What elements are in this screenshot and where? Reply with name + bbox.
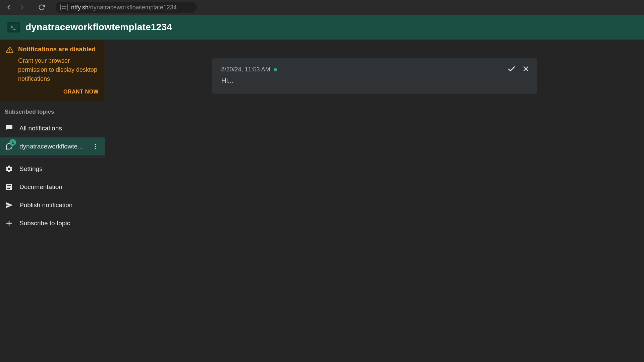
app-header: >_ dynatraceworkflowtemplate1234: [0, 15, 644, 40]
status-dot-icon: [274, 68, 277, 71]
close-icon: [522, 65, 530, 73]
sidebar-item-topic[interactable]: 1 dynatraceworkflowtem…: [0, 137, 105, 156]
notification-timestamp: 8/20/24, 11:53 AM: [221, 66, 270, 73]
sidebar: Notifications are disabled Grant your br…: [0, 40, 105, 362]
gear-icon: [5, 165, 13, 173]
topic-menu-button[interactable]: [91, 143, 100, 150]
notification-message: Hi...: [221, 76, 528, 84]
dismiss-button[interactable]: [522, 65, 530, 73]
sidebar-item-label: dynatraceworkflowtem…: [19, 143, 85, 150]
sidebar-item-label: Publish notification: [19, 201, 100, 209]
warning-title: Notifications are disabled: [18, 46, 99, 53]
sidebar-item-label: Subscribe to topic: [19, 220, 100, 227]
more-vertical-icon: [92, 143, 99, 150]
divider: [0, 158, 105, 158]
page-title: dynatraceworkflowtemplate1234: [25, 22, 172, 33]
reload-button[interactable]: [36, 1, 48, 13]
address-bar[interactable]: ntfy.sh/dynatraceworkflowtemplate1234: [56, 2, 197, 13]
svg-point-10: [95, 148, 96, 149]
browser-toolbar: ntfy.sh/dynatraceworkflowtemplate1234: [0, 0, 644, 15]
send-icon: [5, 201, 13, 209]
url-path: /dynatraceworkflowtemplate1234: [89, 4, 177, 11]
check-icon: [507, 65, 516, 73]
url-text: ntfy.sh/dynatraceworkflowtemplate1234: [71, 4, 177, 11]
forward-button[interactable]: [16, 1, 28, 13]
notifications-disabled-banner: Notifications are disabled Grant your br…: [0, 40, 105, 101]
svg-point-0: [62, 6, 63, 7]
mark-read-button[interactable]: [507, 65, 516, 73]
chat-outline-icon: 1: [5, 142, 13, 150]
site-info-icon[interactable]: [60, 4, 68, 11]
ntfy-logo-icon: >_: [7, 22, 20, 33]
svg-point-2: [62, 8, 63, 9]
sidebar-item-label: Settings: [19, 165, 100, 173]
subscribed-topics-label: Subscribed topics: [0, 101, 105, 119]
sidebar-item-all-notifications[interactable]: All notifications: [0, 119, 105, 137]
arrow-right-icon: [19, 4, 25, 11]
svg-point-8: [95, 144, 96, 145]
svg-text:>_: >_: [11, 25, 16, 30]
notification-card: 8/20/24, 11:53 AM Hi...: [212, 58, 537, 94]
warning-description: Grant your browser permission to display…: [18, 56, 99, 83]
chat-filled-icon: [5, 124, 13, 132]
warning-icon: [6, 46, 13, 54]
svg-point-9: [95, 146, 96, 147]
main-content: 8/20/24, 11:53 AM Hi...: [105, 40, 644, 362]
sidebar-item-settings[interactable]: Settings: [0, 160, 105, 178]
sidebar-item-documentation[interactable]: Documentation: [0, 178, 105, 196]
sidebar-item-subscribe[interactable]: Subscribe to topic: [0, 214, 105, 232]
back-button[interactable]: [3, 1, 15, 13]
sidebar-item-label: Documentation: [19, 183, 100, 191]
arrow-left-icon: [5, 4, 12, 11]
sidebar-item-label: All notifications: [19, 125, 100, 132]
grant-now-button[interactable]: GRANT NOW: [63, 89, 99, 95]
document-icon: [5, 183, 13, 191]
unread-badge: 1: [9, 139, 16, 146]
sidebar-item-publish[interactable]: Publish notification: [0, 196, 105, 214]
url-host: ntfy.sh: [71, 4, 89, 11]
reload-icon: [38, 4, 45, 11]
plus-icon: [5, 219, 13, 227]
